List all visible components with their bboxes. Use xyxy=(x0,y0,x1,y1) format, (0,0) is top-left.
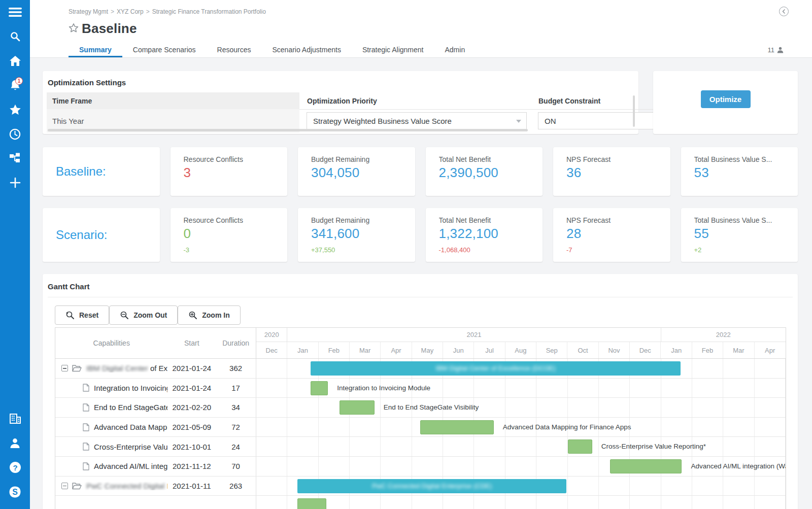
gantt-bar[interactable] xyxy=(311,381,328,395)
gantt-timeline-cell: End to End StageGate Visibility xyxy=(256,398,786,417)
optimize-button[interactable]: Optimize xyxy=(701,90,751,108)
duration-cell: 263 xyxy=(216,482,256,490)
file-icon xyxy=(83,462,89,470)
optimization-settings-panel: Optimization Settings Time Frame This Ye… xyxy=(43,71,638,134)
breadcrumb-item[interactable]: XYZ Corp xyxy=(117,8,144,15)
gantt-child-row: Integration to Invoicing2021-01-2417Inte… xyxy=(55,379,786,398)
metric-delta: +37,550 xyxy=(311,246,410,254)
gantt-bar[interactable] xyxy=(340,400,375,415)
sidebar-item-notifications-bell-icon[interactable]: 1 xyxy=(0,73,30,97)
skype-icon: S xyxy=(9,486,21,498)
sidebar-item-skype-icon[interactable]: S xyxy=(0,480,30,504)
search-icon xyxy=(10,31,21,42)
metric-value: 36 xyxy=(566,165,665,181)
collapse-expander-icon[interactable] xyxy=(61,365,68,371)
year-header-2020: 2020 xyxy=(256,328,287,342)
month-header: Feb xyxy=(319,342,350,358)
sidebar-bottom-group: ?S xyxy=(0,406,30,509)
gantt-bar[interactable] xyxy=(610,459,682,473)
gantt-bar[interactable] xyxy=(568,439,592,454)
month-header: May xyxy=(412,342,443,358)
baseline-metrics-row: Baseline:Resource Conflicts3Budget Remai… xyxy=(43,147,798,196)
collapse-expander-icon[interactable] xyxy=(61,483,68,489)
tab-summary[interactable]: Summary xyxy=(69,42,122,57)
gantt-months-row: DecJanFebMarAprMayJunJulAugSepOctNovDecJ… xyxy=(256,342,786,358)
favorites-star-icon xyxy=(9,104,21,116)
month-header: Oct xyxy=(567,342,598,358)
gantt-row-info: Advanced Data Mappin2021-05-0972 xyxy=(55,418,256,437)
breadcrumb-item[interactable]: Strategy Mgmt xyxy=(69,8,108,15)
tab-admin[interactable]: Admin xyxy=(434,42,476,57)
scenario-row-label: Baseline: xyxy=(43,147,160,196)
sidebar-item-search-icon[interactable] xyxy=(0,24,30,49)
capability-name: Integration to Invoicing xyxy=(94,384,167,392)
file-icon xyxy=(83,443,89,451)
month-header: Nov xyxy=(599,342,630,358)
user-count-value: 11 xyxy=(768,46,775,54)
metric-card: Budget Remaining341,600+37,550 xyxy=(298,208,415,262)
month-header: Sep xyxy=(536,342,567,358)
gantt-timeline-cell: IBM Digital Center of Excellence (DCOE) xyxy=(256,359,786,378)
settings-vertical-scrollbar[interactable] xyxy=(633,95,635,127)
favorite-star-icon[interactable] xyxy=(69,23,79,35)
metric-name: Budget Remaining xyxy=(311,155,410,163)
gantt-bar[interactable]: PwC Connected Digital Enterprise (CDE) xyxy=(297,479,566,493)
sidebar-item-favorites-star-icon[interactable] xyxy=(0,97,30,122)
sidebar-item-add-plus-icon[interactable] xyxy=(0,171,30,195)
breadcrumb-separator: > xyxy=(111,8,114,15)
gantt-bar[interactable]: IBM Digital Center of Excellence (DCOE) xyxy=(311,361,681,376)
month-header: Jan xyxy=(661,342,692,358)
user-count: 11 xyxy=(768,46,785,54)
zoom-in-button[interactable]: Zoom In xyxy=(178,306,240,325)
metric-name: Resource Conflicts xyxy=(184,155,283,163)
reset-button[interactable]: Reset xyxy=(55,306,109,325)
duration-column-header: Duration xyxy=(216,339,256,347)
gantt-bar-label: End to End StageGate Visibility xyxy=(384,403,479,411)
zoom-out-icon xyxy=(120,311,129,320)
file-icon xyxy=(83,423,89,431)
gantt-child-row: Advanced AI/ML integra2021-11-1270Advanc… xyxy=(55,457,786,477)
title-row: Baseline xyxy=(69,21,137,37)
metric-card: Budget Remaining304,050 xyxy=(298,147,415,196)
settings-horizontal-scrollbar[interactable] xyxy=(48,129,528,131)
optimization-priority-select[interactable]: Strategy Weighted Business Value Score xyxy=(307,112,527,129)
row-label-text: Scenario: xyxy=(56,228,107,242)
year-header-2022: 2022 xyxy=(661,328,786,342)
tab-resources[interactable]: Resources xyxy=(207,42,262,57)
metric-card: Total Net Benefit1,322,100-1,068,400 xyxy=(426,208,543,262)
folder-open-icon xyxy=(72,482,82,490)
tab-bar: SummaryCompare ScenariosResourcesScenari… xyxy=(69,42,476,57)
gantt-bar[interactable] xyxy=(420,420,494,434)
gantt-timeline-cell xyxy=(256,496,786,509)
recent-clock-icon xyxy=(9,128,21,140)
gantt-timeline-cell: Advanced Data Mapping for Finance Apps xyxy=(256,418,786,437)
gantt-row-info: End to End StageGate2021-02-2034 xyxy=(55,398,256,417)
top-header: Strategy Mgmt>XYZ Corp>Strategic Finance… xyxy=(30,0,812,58)
gantt-columns-header: Capabilities Start Duration xyxy=(55,328,256,358)
month-header: Jul xyxy=(474,342,505,358)
sidebar-item-help-icon[interactable]: ? xyxy=(0,455,30,480)
tab-compare-scenarios[interactable]: Compare Scenarios xyxy=(122,42,207,57)
zoom-out-button[interactable]: Zoom Out xyxy=(109,306,178,325)
duration-cell: 70 xyxy=(216,462,256,470)
gantt-panel: Gantt Chart ResetZoom OutZoom In Capabil… xyxy=(43,274,798,509)
breadcrumb-item[interactable]: Strategic Finance Transformation Portfol… xyxy=(152,8,266,15)
sidebar-item-user-icon[interactable] xyxy=(0,431,30,455)
sidebar-item-organization-building-icon[interactable] xyxy=(0,406,30,431)
start-cell: 2021-05-09 xyxy=(167,423,216,431)
tab-scenario-adjustments[interactable]: Scenario Adjustments xyxy=(261,42,351,57)
metric-delta: -3 xyxy=(184,246,283,254)
metric-name: NPS Forecast xyxy=(566,216,665,224)
collapse-panel-chevron-icon[interactable] xyxy=(779,7,789,16)
sidebar-item-hierarchy-icon[interactable] xyxy=(0,146,30,171)
gantt-bar[interactable] xyxy=(297,498,326,509)
gantt-divider xyxy=(48,297,793,297)
sidebar-item-menu-icon[interactable] xyxy=(0,0,30,24)
metric-name: Total Net Benefit xyxy=(439,216,538,224)
tab-strategic-alignment[interactable]: Strategic Alignment xyxy=(352,42,434,57)
sidebar-item-recent-clock-icon[interactable] xyxy=(0,122,30,146)
sidebar: 1 ?S xyxy=(0,0,30,509)
capability-cell: Advanced Data Mappin xyxy=(55,423,167,431)
sidebar-item-home-icon[interactable] xyxy=(0,49,30,73)
gantt-row-info: Cross-Enterprise Value2021-10-0124 xyxy=(55,437,256,456)
